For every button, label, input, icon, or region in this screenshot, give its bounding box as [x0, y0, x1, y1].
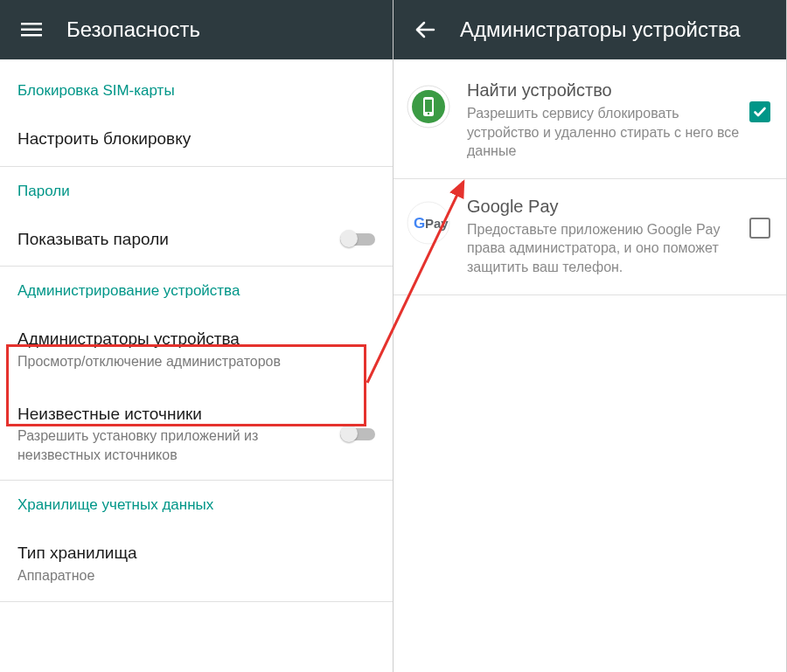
appbar-right: Администраторы устройства	[394, 0, 786, 59]
find-device-icon	[406, 84, 451, 129]
admin-item-desc: Разрешить сервису блокировать устройство…	[467, 104, 741, 161]
back-icon[interactable]	[407, 12, 442, 47]
section-device-admin: Администрирование устройства	[0, 267, 393, 312]
screen-device-admins: Администраторы устройства Найти устройст…	[394, 0, 787, 672]
svg-text:G: G	[414, 215, 425, 232]
menu-icon[interactable]	[14, 12, 49, 47]
checkbox-google-pay[interactable]	[749, 218, 770, 239]
divider	[0, 601, 393, 602]
row-admins-sub: Просмотр/отключение администраторов	[17, 352, 375, 371]
appbar-title: Администраторы устройства	[460, 17, 741, 42]
toggle-show-passwords[interactable]	[340, 229, 375, 248]
svg-rect-1	[21, 29, 42, 31]
content-right: Найти устройство Разрешить сервису блоки…	[394, 59, 786, 672]
appbar-title: Безопасность	[66, 17, 200, 42]
section-sim-lock: Блокировка SIM-карты	[0, 66, 393, 112]
row-admins-title: Администраторы устройства	[17, 328, 375, 350]
row-configure-lock[interactable]: Настроить блокировку	[0, 112, 393, 166]
admin-item-find-device[interactable]: Найти устройство Разрешить сервису блоки…	[394, 63, 786, 178]
google-pay-icon: G Pay	[406, 200, 451, 246]
row-show-passwords[interactable]: Показывать пароли	[0, 212, 393, 267]
row-storage-title: Тип хранилища	[17, 542, 375, 565]
appbar-left: Безопасность	[0, 0, 393, 59]
svg-point-8	[428, 113, 429, 114]
row-unknown-title: Неизвестные источники	[17, 403, 340, 426]
row-unknown-sub: Разрешить установку приложений из неизве…	[17, 426, 340, 464]
content-left: Блокировка SIM-карты Настроить блокировк…	[0, 59, 393, 672]
admin-item-title: Найти устройство	[467, 80, 741, 100]
row-show-passwords-label: Показывать пароли	[17, 228, 340, 251]
divider	[394, 294, 786, 295]
row-storage-type[interactable]: Тип хранилища Аппаратное	[0, 526, 393, 600]
svg-rect-7	[425, 100, 432, 112]
admin-item-desc: Предоставьте приложению Google Pay права…	[467, 220, 741, 277]
row-device-administrators[interactable]: Администраторы устройства Просмотр/отклю…	[0, 312, 393, 386]
admin-item-google-pay[interactable]: G Pay Google Pay Предоставьте приложению…	[394, 178, 786, 294]
row-configure-lock-label: Настроить блокировку	[17, 128, 375, 150]
svg-rect-2	[21, 34, 42, 37]
row-unknown-sources[interactable]: Неизвестные источники Разрешить установк…	[0, 387, 393, 481]
section-passwords: Пароли	[0, 167, 393, 212]
checkbox-find-device[interactable]	[749, 101, 770, 122]
screen-security: Безопасность Блокировка SIM-карты Настро…	[0, 0, 394, 672]
svg-text:Pay: Pay	[425, 216, 449, 231]
svg-rect-0	[21, 23, 42, 25]
toggle-unknown-sources[interactable]	[340, 424, 375, 443]
admin-item-title: Google Pay	[467, 197, 741, 217]
row-storage-sub: Аппаратное	[17, 566, 375, 585]
section-credential-storage: Хранилище учетных данных	[0, 481, 393, 526]
